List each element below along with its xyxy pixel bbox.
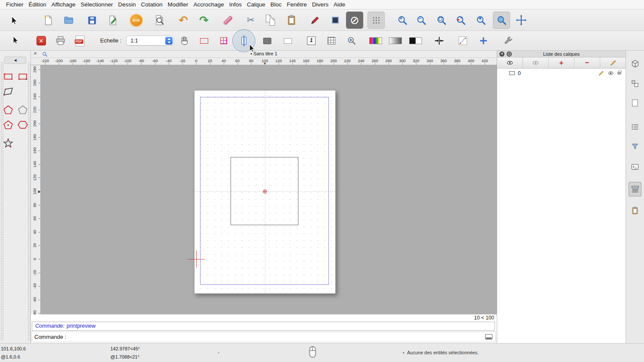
menu-fichier[interactable]: Fichier: [6, 1, 24, 8]
menu-infos[interactable]: Infos: [229, 1, 242, 8]
magnifier-dot-icon: [347, 36, 356, 45]
h-ruler-tick: 340: [426, 59, 433, 63]
save-button[interactable]: [83, 12, 100, 29]
undo-button[interactable]: ↶: [175, 12, 192, 29]
rectangle-3point-tool[interactable]: [16, 70, 29, 83]
menu-accrochage[interactable]: Accrochage: [193, 1, 224, 8]
add-layer-button[interactable]: +: [549, 57, 574, 68]
zoom-window-button[interactable]: [493, 12, 510, 29]
open-button[interactable]: [60, 12, 77, 29]
menu-selectionner[interactable]: Sélectionner: [81, 1, 113, 8]
dock-toggle-blocks[interactable]: [629, 77, 641, 90]
copy-button[interactable]: [262, 12, 279, 29]
h-ruler-tickmark: [265, 63, 265, 65]
dock-toggle-library[interactable]: [629, 182, 641, 196]
menu-dessin[interactable]: Dessin: [118, 1, 136, 8]
crosshair-button[interactable]: [476, 33, 491, 48]
svg-export-button[interactable]: SVG: [128, 12, 145, 29]
zoom-page-button[interactable]: [344, 33, 359, 48]
attributes-pen-button[interactable]: [306, 12, 323, 29]
multi-page-button[interactable]: [216, 33, 231, 48]
polygon-center-tangent-tool[interactable]: [16, 103, 29, 116]
menu-calque[interactable]: Calque: [247, 1, 265, 8]
edit-layer-button[interactable]: [600, 57, 626, 68]
scale-one-to-one-button[interactable]: 1: [304, 33, 319, 48]
grid-toggle-button[interactable]: [368, 12, 385, 29]
delete-button[interactable]: [219, 12, 237, 29]
menu-modifier[interactable]: Modifier: [167, 1, 188, 8]
menu-affichage[interactable]: Affichage: [52, 1, 76, 8]
polygon-side-tool[interactable]: [16, 118, 29, 131]
command-input[interactable]: Commande :: [31, 332, 496, 342]
rectangle-2corner-tool[interactable]: [2, 70, 15, 83]
stepper-icon[interactable]: [165, 37, 173, 45]
show-all-layers-button[interactable]: [497, 57, 523, 68]
menu-edition[interactable]: Édition: [29, 1, 46, 8]
layer-visible-eye-icon[interactable]: [608, 70, 614, 76]
select-pointer-button-2[interactable]: [8, 33, 22, 47]
wrench-icon: [503, 36, 513, 46]
dock-toggle-filter[interactable]: [629, 140, 641, 153]
star-tool[interactable]: [2, 137, 15, 150]
full-color-button[interactable]: [368, 33, 383, 48]
keyboard-toggle-icon[interactable]: [485, 334, 492, 340]
zoom-out-button[interactable]: −: [413, 12, 430, 29]
remove-layer-button[interactable]: −: [574, 57, 600, 68]
drawing-canvas[interactable]: ⊕: [41, 65, 497, 314]
layer-edit-pencil-icon[interactable]: [598, 70, 604, 76]
redo-button[interactable]: ↷: [195, 12, 213, 29]
zoom-redraw-button[interactable]: [452, 12, 469, 29]
line-settings-button[interactable]: [456, 33, 470, 48]
close-panel-icon[interactable]: ✕: [499, 51, 504, 57]
menu-aide[interactable]: Aide: [334, 1, 345, 8]
dock-toggle-views[interactable]: [629, 57, 641, 70]
paste-button[interactable]: [283, 12, 300, 29]
white-background-button[interactable]: [280, 33, 295, 48]
layer-row[interactable]: 0: [497, 69, 626, 78]
fit-page-button[interactable]: [197, 33, 211, 48]
snap-free-button[interactable]: ⊘: [346, 12, 363, 29]
scale-combo[interactable]: 1:1: [126, 36, 174, 45]
hide-all-layers-button[interactable]: [523, 57, 549, 68]
tab-magnifier-icon[interactable]: [42, 51, 48, 57]
new-document-button[interactable]: [39, 12, 57, 29]
black-white-button[interactable]: [408, 33, 423, 48]
zoom-in-button[interactable]: +: [394, 12, 411, 29]
close-print-preview-button[interactable]: ✕: [34, 33, 49, 48]
dark-background-button[interactable]: [260, 33, 274, 48]
parallelogram-tool[interactable]: [2, 85, 15, 98]
pan-hand-button[interactable]: [177, 33, 192, 48]
pdf-export-button[interactable]: PDF: [73, 33, 87, 48]
zoom-previous-button[interactable]: ◀: [472, 12, 489, 29]
h-ruler-tick: 300: [399, 59, 405, 63]
layer-lock-icon[interactable]: [617, 72, 621, 75]
menu-divers[interactable]: Divers: [312, 1, 328, 8]
pencil-icon: [610, 60, 617, 66]
fit-width-button[interactable]: [432, 33, 447, 48]
dock-toggle-layer-list[interactable]: [629, 121, 641, 133]
edit-button[interactable]: [104, 12, 121, 29]
polygon-center-corner-tool[interactable]: [2, 103, 15, 116]
polygon-2corner-tool[interactable]: [2, 118, 15, 131]
grayscale-button[interactable]: [388, 33, 403, 48]
zoom-pan-button[interactable]: [513, 12, 530, 29]
dock-toggle-command[interactable]: [629, 160, 641, 173]
dock-toggle-clipboard[interactable]: [629, 204, 641, 217]
zoom-auto-button[interactable]: [433, 12, 450, 29]
cut-button[interactable]: ✂: [242, 12, 259, 29]
tile-pages-button[interactable]: [324, 33, 339, 48]
dock-toggle-page[interactable]: [629, 97, 641, 109]
settings-button[interactable]: [501, 33, 515, 48]
collapse-palette-button[interactable]: ◀: [4, 57, 26, 64]
menu-cotation[interactable]: Cotation: [141, 1, 162, 8]
float-panel-icon[interactable]: [507, 51, 512, 57]
menu-fenetre[interactable]: Fenêtre: [287, 1, 307, 8]
layer-color-icon[interactable]: [509, 71, 515, 75]
close-tab-icon[interactable]: ✕: [33, 51, 37, 56]
menu-bloc[interactable]: Bloc: [270, 1, 282, 8]
selection-window-button[interactable]: [327, 12, 344, 29]
select-pointer-button[interactable]: [5, 12, 22, 29]
v-ruler-tick: 20: [33, 243, 37, 247]
print-preview-button[interactable]: [151, 12, 168, 29]
print-button[interactable]: [53, 33, 68, 48]
